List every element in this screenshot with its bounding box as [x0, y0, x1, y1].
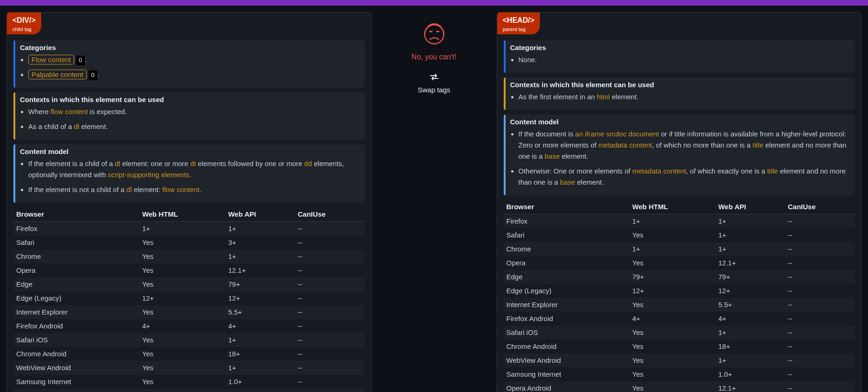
table-row: Edge79+79+-- — [504, 270, 855, 284]
cell-webapi: 18+ — [716, 340, 785, 353]
cell-webhtml: Yes — [629, 326, 716, 340]
spec-link[interactable]: dt — [190, 160, 196, 167]
spec-link[interactable]: metadata content — [598, 141, 652, 149]
cell-caniuse: -- — [295, 361, 364, 375]
table-row: OperaYes12.1+-- — [13, 263, 365, 277]
left-contentmodel-title: Content model — [20, 146, 360, 157]
context-item: Where flow content is expected. — [28, 106, 360, 117]
cell-webhtml: Yes — [139, 375, 226, 389]
category-link[interactable]: Flow content — [28, 55, 74, 64]
cell-caniuse: -- — [295, 347, 364, 361]
cell-browser: Edge — [504, 270, 630, 284]
table-row: SafariYes1+-- — [504, 228, 855, 242]
cell-webapi: 1+ — [225, 250, 295, 263]
spec-link[interactable]: title — [767, 167, 778, 175]
cell-browser: Chrome — [504, 242, 630, 256]
left-categories-section: Categories Flow content0.Palpable conten… — [13, 40, 365, 88]
cell-caniuse: -- — [295, 333, 364, 347]
spec-link[interactable]: flow content — [162, 186, 199, 193]
category-item: Palpable content0. — [28, 69, 360, 80]
cell-webhtml: 1+ — [139, 222, 226, 236]
table-row: Firefox1+1+-- — [504, 214, 855, 229]
cell-webhtml: Yes — [139, 389, 226, 392]
table-row: Opera AndroidYes12.1+-- — [13, 389, 365, 392]
spec-link[interactable]: base — [560, 178, 576, 186]
right-categories-list: None. — [519, 54, 850, 72]
svg-rect-2 — [436, 31, 439, 32]
spec-link[interactable]: dl — [74, 122, 79, 130]
cell-caniuse: -- — [295, 263, 364, 277]
table-row: SafariYes3+-- — [13, 236, 365, 250]
parent-tag-role: parent tag — [503, 26, 534, 34]
cell-browser: WebView Android — [504, 353, 630, 367]
child-tag-label: <DIV/> child tag — [7, 13, 41, 34]
spec-link[interactable]: dd — [304, 160, 312, 167]
cell-browser: Opera Android — [13, 389, 139, 392]
cell-caniuse: -- — [785, 340, 855, 353]
cell-caniuse: -- — [295, 222, 364, 236]
cell-caniuse: -- — [295, 236, 364, 250]
cell-webapi: 12+ — [716, 284, 785, 298]
cell-webhtml: Yes — [629, 228, 716, 242]
table-row: OperaYes12.1+-- — [504, 256, 855, 270]
cell-webhtml: Yes — [629, 340, 716, 353]
cell-webapi: 12.1+ — [225, 263, 295, 277]
cell-webhtml: 4+ — [139, 319, 226, 333]
spec-link[interactable]: dl — [127, 186, 132, 193]
left-contentmodel-list: If the element is a child of a dl elemen… — [28, 158, 360, 202]
context-item: As a child of a dl element. — [28, 121, 360, 132]
cell-caniuse: -- — [785, 270, 855, 284]
verdict-column: No, you can't! Swap tags — [381, 12, 488, 392]
right-contentmodel-title: Content model — [510, 116, 850, 128]
cell-webhtml: 1+ — [629, 242, 716, 256]
category-item: Flow content0. — [28, 54, 360, 65]
child-tag-name: <DIV/> — [13, 16, 36, 24]
swap-tags-button[interactable]: Swap tags — [418, 84, 450, 96]
swap-arrows-icon[interactable] — [429, 71, 440, 83]
cell-webhtml: 12+ — [139, 291, 226, 305]
cell-browser: WebView Android — [13, 361, 139, 375]
spec-link[interactable]: flow content — [51, 108, 88, 116]
cell-webhtml: Yes — [139, 236, 226, 250]
table-row: EdgeYes79+-- — [13, 277, 365, 291]
right-contentmodel-list: If the document is an iframe srcdoc docu… — [519, 129, 850, 194]
spec-link[interactable]: title — [753, 141, 763, 149]
child-tag-role: child tag — [13, 26, 36, 34]
left-contexts-list: Where flow content is expected.As a chil… — [28, 106, 360, 139]
spec-link[interactable]: base — [545, 152, 560, 160]
cell-browser: Edge (Legacy) — [504, 284, 630, 298]
cell-caniuse: -- — [785, 256, 855, 270]
category-link[interactable]: Palpable content — [28, 70, 87, 79]
cell-webapi: 4+ — [716, 312, 785, 326]
cell-webapi: 1.0+ — [225, 375, 295, 389]
th-caniuse: CanIUse — [785, 200, 855, 214]
th-browser: Browser — [13, 207, 139, 222]
table-row: Firefox Android4+4+-- — [504, 312, 855, 326]
cell-webapi: 1+ — [716, 214, 785, 229]
cell-webapi: 18+ — [225, 347, 295, 361]
table-row: Safari iOSYes1+-- — [13, 333, 365, 347]
table-row: Firefox Android4+4+-- — [13, 319, 365, 333]
spec-link[interactable]: an iframe srcdoc document — [575, 130, 659, 138]
cell-browser: Chrome Android — [504, 340, 630, 353]
spec-link[interactable]: metadata content — [632, 167, 686, 175]
cell-webapi: 1.0+ — [716, 367, 785, 381]
cell-webapi: 1+ — [716, 228, 785, 242]
right-contentmodel-section: Content model If the document is an ifra… — [504, 115, 855, 195]
spec-link[interactable]: script-supporting elements — [108, 171, 190, 179]
left-compat-table: Browser Web HTML Web API CanIUse Firefox… — [13, 207, 365, 392]
left-contexts-section: Contexts in which this element can be us… — [13, 92, 365, 140]
cell-caniuse: -- — [295, 375, 364, 389]
spec-link[interactable]: html — [597, 93, 610, 101]
cell-browser: Firefox Android — [504, 312, 630, 326]
table-row: Chrome AndroidYes18+-- — [504, 340, 855, 353]
cell-browser: Edge (Legacy) — [13, 291, 139, 305]
th-webhtml: Web HTML — [139, 207, 226, 222]
cell-caniuse: -- — [295, 250, 364, 263]
cell-caniuse: -- — [785, 353, 855, 367]
cell-webhtml: Yes — [139, 250, 226, 263]
parent-tag-panel: <HEAD/> parent tag Categories None. Cont… — [497, 12, 862, 392]
cell-webapi: 1+ — [716, 353, 785, 367]
verdict-text: No, you can't! — [412, 51, 456, 63]
spec-link[interactable]: dl — [115, 160, 120, 167]
